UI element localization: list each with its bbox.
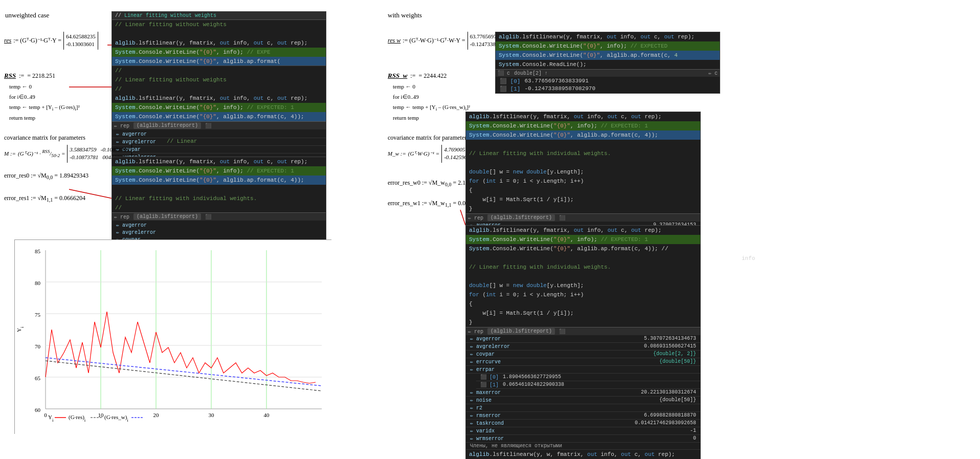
svg-text:65: 65 [35, 375, 41, 381]
rss-w-section-right: RSS_w := = 2244.422 temp ← 0 for i∈0..49… [388, 72, 470, 123]
svg-text:60: 60 [35, 407, 41, 413]
page-container: unweighted case with weights res := (Gᵀ·… [0, 0, 980, 459]
svg-text:20: 20 [153, 412, 160, 418]
res-formula-left: res := (Gᵀ·G)⁻¹·Gᵀ·Y = 64.62588235 -0.13… [4, 32, 98, 50]
error-res1-left: error_res1 := √M1,1 = 0.0666204 [4, 194, 85, 203]
svg-line-5 [460, 210, 465, 225]
svg-text:30: 30 [209, 412, 215, 418]
info-label: info [742, 255, 755, 261]
svg-text:80: 80 [35, 280, 41, 286]
unweighted-label: unweighted case [5, 11, 49, 19]
svg-text:10: 10 [98, 412, 104, 418]
svg-text:0: 0 [44, 412, 47, 418]
with-weights-label: with weights [388, 11, 422, 19]
svg-text:85: 85 [35, 248, 41, 254]
rss-section-left: RSS := = 2218.251 temp ← 0 for i∈0..49 t… [4, 72, 80, 123]
code-panel-bottom-right: alglib.lsfitlinear(y, fmatrix, out info,… [465, 225, 701, 459]
res-w-formula-right: res w := (Gᵀ·W·G)⁻¹·Gᵀ·W·Y = 63.77656974… [388, 32, 502, 50]
chart: 85 80 75 70 65 60 0 10 20 30 40 [14, 239, 331, 434]
code-panel-right-1: alglib.lsfitlinearw(y, fmatrix, out info… [495, 32, 720, 94]
svg-text:75: 75 [35, 312, 41, 318]
linear-label: // Linear [167, 138, 197, 144]
error-res0-left: error_res0 := √M0,0 = 1.89429343 [4, 172, 88, 180]
svg-text:70: 70 [35, 343, 41, 349]
svg-text:40: 40 [264, 412, 270, 418]
svg-rect-7 [15, 240, 332, 434]
